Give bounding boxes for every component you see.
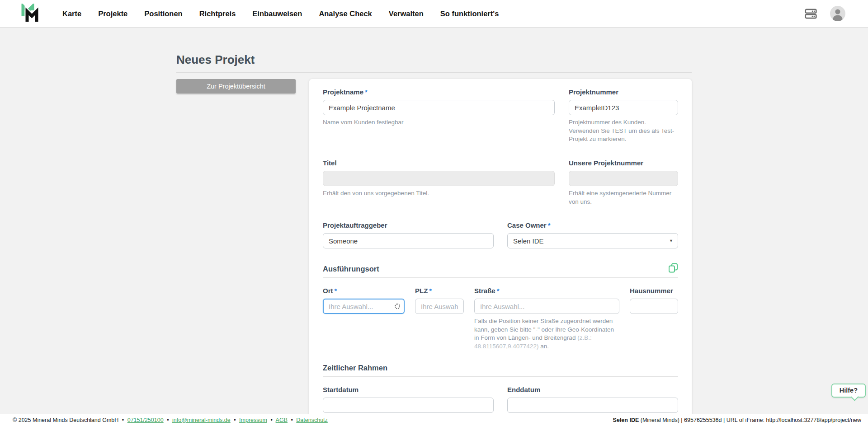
footer-left: © 2025 Mineral Minds Deutschland GmbH • …	[13, 417, 328, 423]
mineral-minds-logo-icon	[20, 4, 40, 23]
footer-email-link[interactable]: info@mineral-minds.de	[172, 417, 231, 423]
unsere-projektnummer-input	[569, 171, 678, 186]
nav-item-analyse-check[interactable]: Analyse Check	[319, 9, 372, 18]
nav-item-positionen[interactable]: Positionen	[144, 9, 182, 18]
header-right	[805, 5, 846, 22]
titel-input	[323, 171, 555, 186]
required-asterisk: *	[365, 88, 368, 96]
field-ort: Ort*	[323, 287, 405, 351]
titel-label: Titel	[323, 159, 555, 167]
footer-env-user: Selen IDE	[613, 417, 639, 423]
startdatum-input[interactable]	[323, 398, 494, 413]
unsere-projektnummer-label: Unsere Projektnummer	[569, 159, 678, 167]
main-nav: Karte Projekte Positionen Richtpreis Ein…	[62, 9, 499, 18]
new-project-form-card: Projektname* Name vom Kunden festlegbar …	[309, 79, 692, 423]
app-footer: © 2025 Mineral Minds Deutschland GmbH • …	[0, 414, 868, 426]
plz-label: PLZ*	[415, 287, 464, 295]
field-startdatum: Startdatum	[323, 386, 494, 413]
strasse-input[interactable]	[474, 299, 619, 314]
ort-input[interactable]	[323, 299, 405, 314]
main-content: Neues Projekt Zur Projektübersicht Proje…	[176, 28, 692, 426]
app-header: Karte Projekte Positionen Richtpreis Ein…	[0, 0, 868, 28]
field-titel: Titel Erhält den von uns vorgegebenen Ti…	[323, 159, 555, 206]
help-button[interactable]: Hilfe?	[831, 384, 866, 398]
ort-label: Ort*	[323, 287, 405, 295]
field-projektname: Projektname* Name vom Kunden festlegbar	[323, 88, 555, 144]
hausnummer-input[interactable]	[630, 299, 678, 314]
brand-logo[interactable]	[20, 4, 40, 23]
ausfuehrungsort-title: Ausführungsort	[323, 265, 379, 273]
case-owner-selected-value: Selen IDE	[513, 237, 544, 245]
strasse-label: Straße*	[474, 287, 619, 295]
footer-phone-link[interactable]: 07151/250100	[127, 417, 164, 423]
footer-environment-info: Selen IDE (Mineral Minds) | 69576255536d…	[613, 417, 861, 423]
hausnummer-label: Hausnummer	[630, 287, 678, 295]
projektauftraggeber-label: Projektauftraggeber	[323, 221, 494, 229]
field-unsere-projektnummer: Unsere Projektnummer Erhält eine systemg…	[569, 159, 678, 206]
copy-address-icon[interactable]	[668, 263, 678, 275]
required-asterisk: *	[548, 221, 551, 229]
section-ausfuehrungsort: Ausführungsort	[323, 265, 678, 273]
strasse-helper: Falls die Position keiner Straße zugeord…	[474, 317, 619, 351]
server-rack-icon[interactable]	[805, 8, 817, 20]
field-case-owner: Case Owner* Selen IDE ▼	[507, 221, 678, 248]
title-divider	[176, 72, 692, 73]
plz-input[interactable]	[415, 299, 464, 314]
section-divider	[323, 277, 678, 278]
projektnummer-input[interactable]	[569, 100, 678, 115]
required-asterisk: *	[335, 287, 337, 295]
page-title: Neues Projekt	[176, 53, 692, 66]
copyright-text: © 2025 Mineral Minds Deutschland GmbH	[13, 417, 118, 423]
projektnummer-helper: Projektnummer des Kunden. Verwenden Sie …	[569, 118, 678, 144]
unsere-projektnummer-helper: Erhält eine systemgenerierte Nummer von …	[569, 189, 678, 206]
footer-agb-link[interactable]: AGB	[276, 417, 288, 423]
zeitlicher-rahmen-title: Zeitlicher Rahmen	[323, 364, 387, 372]
required-asterisk: *	[429, 287, 432, 295]
titel-helper: Erhält den von uns vorgegebenen Titel.	[323, 189, 555, 198]
loading-spinner-icon	[395, 304, 400, 309]
nav-item-karte[interactable]: Karte	[62, 9, 81, 18]
projektauftraggeber-input[interactable]	[323, 233, 494, 248]
chevron-down-icon: ▼	[669, 239, 673, 243]
nav-item-richtpreis[interactable]: Richtpreis	[199, 9, 236, 18]
user-avatar-icon[interactable]	[830, 5, 846, 22]
field-strasse: Straße* Falls die Position keiner Straße…	[474, 287, 619, 351]
left-column: Zur Projektübersicht	[176, 79, 296, 94]
enddatum-label: Enddatum	[507, 386, 678, 393]
section-zeitlicher-rahmen: Zeitlicher Rahmen	[323, 364, 678, 372]
enddatum-input[interactable]	[507, 398, 678, 413]
back-to-project-overview-button[interactable]: Zur Projektübersicht	[176, 79, 296, 94]
field-plz: PLZ*	[415, 287, 464, 351]
required-asterisk: *	[497, 287, 500, 295]
startdatum-label: Startdatum	[323, 386, 494, 393]
projektname-helper: Name vom Kunden festlegbar	[323, 118, 555, 127]
section-divider	[323, 376, 678, 377]
footer-impressum-link[interactable]: Impressum	[239, 417, 267, 423]
projektname-input[interactable]	[323, 100, 555, 115]
field-hausnummer: Hausnummer	[630, 287, 678, 351]
nav-item-so-funktionierts[interactable]: So funktioniert's	[440, 9, 499, 18]
nav-item-verwalten[interactable]: Verwalten	[389, 9, 424, 18]
projektnummer-label: Projektnummer	[569, 88, 678, 96]
nav-item-einbauweisen[interactable]: Einbauweisen	[252, 9, 302, 18]
nav-item-projekte[interactable]: Projekte	[98, 9, 127, 18]
field-enddatum: Enddatum	[507, 386, 678, 413]
projektname-label: Projektname*	[323, 88, 555, 96]
footer-datenschutz-link[interactable]: Datenschutz	[296, 417, 327, 423]
field-projektauftraggeber: Projektauftraggeber	[323, 221, 494, 248]
field-projektnummer: Projektnummer Projektnummer des Kunden. …	[569, 88, 678, 144]
case-owner-select[interactable]: Selen IDE ▼	[507, 233, 678, 248]
case-owner-label: Case Owner*	[507, 221, 678, 229]
